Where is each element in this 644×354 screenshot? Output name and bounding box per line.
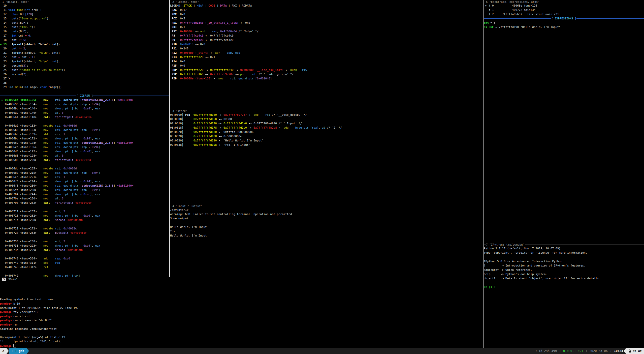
pane-registers[interactable]: 2 "legend, regs" LEGEND: STACK | HEAP | … — [170, 0, 483, 109]
pane-stack[interactable]: 3 "stack" 00:0000│ rsp 0x7fffffffd160 —▸… — [170, 109, 483, 204]
pane-title-label: "backtrace, expressions, args" — [488, 0, 540, 4]
pane-number: 1 — [2, 0, 4, 4]
session-index-badge[interactable]: 2 — [0, 348, 6, 354]
border-line — [30, 2, 169, 2]
border-line — [200, 2, 483, 2]
pane-number: 6 — [486, 0, 488, 4]
pane-title-label: "legend, regs" — [174, 0, 200, 4]
tmux-status-bar: 2 1›gdb ↑ 1d 23h 49m ‹ 0.0 0.1 0.1 ‹ 202… — [0, 348, 644, 354]
disasm-code-content: 10 11 void func(int arg) { 12 char BUF[1… — [0, 4, 169, 277]
pane-title-label: "stack" — [174, 109, 188, 113]
pane-program-io[interactable]: 4 "Input / Output" /dev/pts/10warning: G… — [170, 204, 483, 277]
pane-border-vertical-left[interactable] — [169, 0, 170, 277]
pane-title-label: "IPython: tmp/pwndbg" — [488, 243, 526, 246]
pane-disasm-title: 1 "disasm, code" — [0, 0, 169, 4]
registers-content: LEGEND: STACK | HEAP | CODE | DATA | RWX… — [170, 4, 483, 81]
pane-backtrace-expressions[interactable]: 6 "backtrace, expressions, args" ► f 0 4… — [484, 0, 644, 243]
status-time: 10:24 — [614, 349, 623, 353]
window-name: gdb — [19, 349, 24, 353]
pane-disasm-code[interactable]: 1 "disasm, code" 10 11 void func(int arg… — [0, 0, 169, 277]
hostname-segment: at-at — [626, 348, 644, 354]
pane-title-label: "Input / Output" — [174, 204, 204, 208]
border-line — [188, 111, 483, 111]
pane-border-vertical-right[interactable] — [483, 0, 484, 348]
pane-title-label: "disasm, code" — [4, 0, 30, 4]
pane-title-label: "Main" — [6, 278, 19, 281]
pane-ipython[interactable]: 7 "IPython: tmp/pwndbg" Python 2.7.17 (d… — [484, 243, 644, 348]
border-line — [203, 206, 483, 206]
pane-stack-title: 3 "stack" — [170, 109, 483, 113]
pane-number: 2 — [172, 0, 174, 4]
border-line — [170, 111, 172, 111]
lock-icon — [628, 349, 631, 353]
border-line — [525, 245, 644, 245]
powerline-separator-icon — [26, 348, 29, 354]
window-tab-gdb[interactable]: 1›gdb — [9, 348, 26, 354]
gdb-console-content[interactable]: Reading symbols from test...done.pwndbg>… — [0, 281, 483, 348]
border-line — [170, 2, 172, 2]
border-line — [170, 206, 172, 206]
chevron-left-icon: ‹ — [559, 349, 561, 353]
pane-main-title: 5 "Main" — [0, 277, 483, 281]
pane-backtrace-title: 6 "backtrace, expressions, args" — [484, 0, 644, 4]
border-line — [540, 2, 644, 2]
status-left: 2 1›gdb — [0, 348, 29, 354]
border-line — [0, 279, 2, 279]
hostname: at-at — [633, 349, 642, 353]
backtrace-content: ► f 0 40068e func+126 f 1 400772 main+34… — [484, 4, 644, 29]
pane-main-gdb[interactable]: 5 "Main" Reading symbols from test...don… — [0, 277, 483, 348]
status-right: ↑ 1d 23h 49m ‹ 0.0 0.1 0.1 ‹ 2020-03-06 … — [535, 348, 644, 354]
active-pane-number-badge: 5 — [2, 278, 6, 281]
border-line — [19, 279, 483, 279]
window-number: 1 — [11, 349, 13, 353]
pane-ipython-title: 7 "IPython: tmp/pwndbg" — [484, 243, 644, 246]
program-io-content: /dev/pts/10warning: GDB: Failed to set c… — [170, 208, 483, 238]
powerline-separator-icon — [624, 348, 626, 354]
border-line — [0, 2, 2, 2]
chevron-right-icon: › — [15, 349, 17, 353]
status-date: 2020-03-06 — [589, 349, 607, 353]
pane-number: 3 — [172, 109, 174, 113]
chevron-left-icon: ‹ — [610, 349, 612, 353]
border-line — [484, 245, 486, 245]
ipython-content[interactable]: Python 2.7.17 (default, Nov 7 2019, 10:0… — [484, 246, 644, 289]
powerline-separator-icon — [6, 348, 9, 354]
border-line — [484, 2, 486, 2]
stack-content: 00:0000│ rsp 0x7fffffffd160 —▸ 0x7ffff7b… — [170, 113, 483, 147]
uptime-value: 1d 23h 49m — [539, 349, 557, 353]
tmux-screen: 1 "disasm, code" 10 11 void func(int arg… — [0, 0, 644, 354]
pane-number: 4 — [172, 204, 174, 208]
uptime-arrow-icon: ↑ — [535, 349, 537, 353]
load-average: 0.0 0.1 0.1 — [563, 349, 583, 353]
pane-io-title: 4 "Input / Output" — [170, 204, 483, 208]
pane-regs-title: 2 "legend, regs" — [170, 0, 483, 4]
pane-number: 7 — [486, 243, 488, 246]
chevron-left-icon: ‹ — [585, 349, 587, 353]
